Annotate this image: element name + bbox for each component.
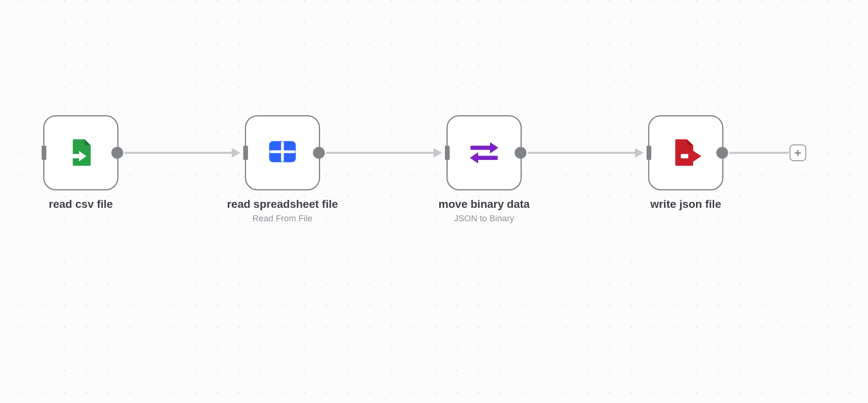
output-port[interactable] bbox=[716, 147, 728, 159]
node-box[interactable] bbox=[446, 115, 522, 190]
output-port[interactable] bbox=[313, 147, 325, 159]
input-port[interactable] bbox=[647, 146, 651, 160]
svg-rect-7 bbox=[688, 154, 694, 158]
edge-arrowhead-icon bbox=[232, 148, 240, 158]
node-box[interactable] bbox=[43, 115, 118, 190]
output-port[interactable] bbox=[515, 147, 527, 159]
node-title: read spreadsheet file bbox=[215, 198, 350, 211]
node-title: write json file bbox=[618, 198, 753, 211]
edge-arrowhead-icon bbox=[635, 148, 644, 158]
file-import-icon bbox=[63, 135, 99, 171]
spreadsheet-icon bbox=[265, 135, 300, 171]
file-export-icon bbox=[668, 135, 704, 171]
plus-icon: + bbox=[794, 147, 801, 159]
node-title: read csv file bbox=[13, 198, 148, 211]
node-labels: move binary dataJSON to Binary bbox=[417, 198, 551, 224]
input-port[interactable] bbox=[243, 146, 248, 160]
workflow-node-n4[interactable]: write json file bbox=[648, 115, 723, 211]
add-node-button[interactable]: + bbox=[790, 144, 806, 161]
node-labels: read spreadsheet fileRead From File bbox=[215, 198, 350, 224]
input-port[interactable] bbox=[445, 146, 450, 160]
workflow-node-n2[interactable]: read spreadsheet fileRead From File bbox=[245, 115, 320, 224]
workflow-node-n1[interactable]: read csv file bbox=[43, 115, 118, 211]
svg-rect-0 bbox=[67, 154, 79, 158]
input-port[interactable] bbox=[42, 146, 46, 160]
edge-arrowhead-icon bbox=[433, 148, 442, 158]
node-box[interactable] bbox=[245, 115, 320, 190]
svg-rect-5 bbox=[477, 156, 498, 160]
node-labels: write json file bbox=[618, 198, 753, 211]
node-title: move binary data bbox=[417, 198, 551, 211]
workflow-node-n3[interactable]: move binary dataJSON to Binary bbox=[446, 115, 522, 224]
node-box[interactable] bbox=[648, 115, 723, 190]
node-subtitle: JSON to Binary bbox=[417, 213, 551, 224]
output-port[interactable] bbox=[111, 147, 123, 159]
node-labels: read csv file bbox=[13, 198, 148, 211]
workflow-canvas[interactable]: read csv file read spreadsheet fileRead … bbox=[0, 0, 868, 403]
convert-arrows-icon bbox=[466, 135, 502, 171]
svg-rect-4 bbox=[471, 146, 492, 150]
node-subtitle: Read From File bbox=[215, 213, 350, 224]
